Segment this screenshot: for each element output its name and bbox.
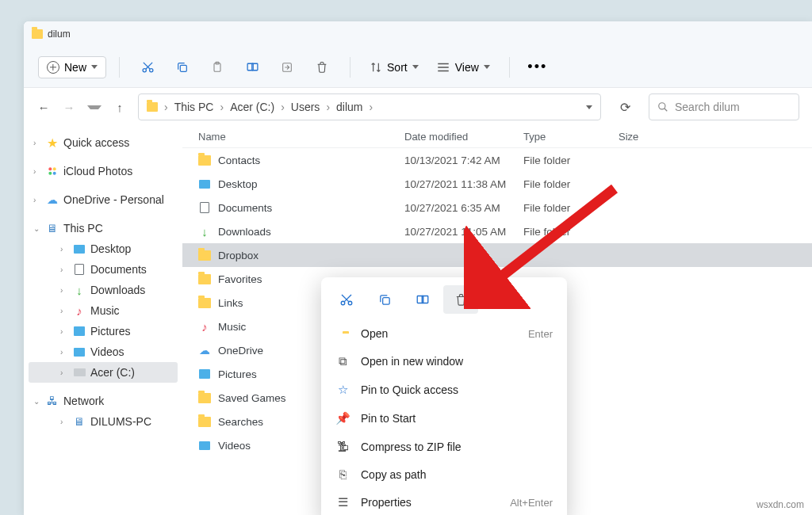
nav-downloads[interactable]: ›↓Downloads xyxy=(29,280,178,300)
file-date: 10/27/2021 11:05 AM xyxy=(404,226,523,238)
nav-recent-button[interactable] xyxy=(87,105,102,109)
refresh-button[interactable]: ⟳ xyxy=(612,100,638,115)
star-icon: ☆ xyxy=(335,383,350,397)
ctx-open-new-window[interactable]: ⧉Open in new window xyxy=(327,347,561,376)
file-row[interactable]: Documents10/27/2021 6:35 AMFile folder xyxy=(182,196,812,219)
file-type: File folder xyxy=(523,202,619,214)
search-input[interactable]: Search dilum xyxy=(649,93,799,120)
sort-icon xyxy=(370,61,382,74)
nav-music[interactable]: ›♪Music xyxy=(29,300,178,321)
nav-videos[interactable]: ›Videos xyxy=(29,341,178,362)
svg-rect-2 xyxy=(180,65,186,71)
context-menu: OpenEnter ⧉Open in new window ☆Pin to Qu… xyxy=(321,277,567,515)
col-name[interactable]: Name xyxy=(198,131,404,143)
nav-onedrive[interactable]: ›☁OneDrive - Personal xyxy=(29,189,178,210)
file-icon xyxy=(198,391,211,404)
pc-icon: 🖥 xyxy=(73,415,86,428)
download-icon: ↓ xyxy=(73,284,86,296)
nav-forward-button[interactable]: → xyxy=(62,101,76,114)
zip-icon: 🗜 xyxy=(335,440,350,453)
ctx-copy-path[interactable]: ⎘Copy as path xyxy=(327,460,561,488)
file-row[interactable]: ↓Downloads10/27/2021 11:05 AMFile folder xyxy=(182,219,812,243)
crumb[interactable]: This PC xyxy=(174,101,214,113)
file-name: Desktop xyxy=(218,178,258,190)
nav-quick-access[interactable]: ›★Quick access xyxy=(29,132,178,153)
file-type: File folder xyxy=(523,226,619,238)
file-row[interactable]: Dropbox xyxy=(182,243,812,267)
ctx-cut-button[interactable] xyxy=(329,285,364,314)
chevron-down-icon xyxy=(91,65,98,69)
chevron-down-icon xyxy=(484,65,490,69)
separator xyxy=(119,57,120,78)
file-name: OneDrive xyxy=(218,345,263,357)
toolbar: New Sort View ••• xyxy=(24,47,812,88)
sort-button[interactable]: Sort xyxy=(363,57,425,78)
file-name: Favorites xyxy=(218,273,262,285)
ctx-rename-button[interactable] xyxy=(405,285,440,314)
breadcrumb[interactable]: › This PC› Acer (C:)› Users› dilum› xyxy=(138,93,601,120)
crumb[interactable]: Acer (C:) xyxy=(230,101,274,113)
search-placeholder: Search dilum xyxy=(675,101,740,113)
ctx-open[interactable]: OpenEnter xyxy=(327,320,561,347)
svg-point-11 xyxy=(48,172,52,175)
icloud-icon xyxy=(46,165,59,177)
copy-icon: ⎘ xyxy=(335,467,350,481)
music-icon: ♪ xyxy=(73,304,86,317)
new-button[interactable]: New xyxy=(38,56,106,78)
file-row[interactable]: Contacts10/13/2021 7:42 AMFile folder xyxy=(182,148,812,172)
chevron-down-icon[interactable] xyxy=(586,105,592,109)
share-button[interactable] xyxy=(272,52,302,82)
plus-icon xyxy=(47,61,59,74)
file-name: Documents xyxy=(218,202,272,214)
col-size[interactable]: Size xyxy=(619,131,682,143)
file-icon xyxy=(198,249,211,261)
paste-button[interactable] xyxy=(202,52,232,82)
nav-this-pc[interactable]: ⌄🖥This PC xyxy=(29,218,178,238)
nav-up-button[interactable]: ↑ xyxy=(113,101,127,114)
nav-network[interactable]: ⌄🖧Network xyxy=(29,391,178,411)
nav-dilums-pc[interactable]: ›🖥DILUMS-PC xyxy=(29,411,178,432)
document-icon xyxy=(75,264,84,275)
nav-back-button[interactable]: ← xyxy=(36,101,51,114)
file-name: Downloads xyxy=(218,226,271,238)
ctx-pin-start[interactable]: 📌Pin to Start xyxy=(327,404,561,433)
column-headers: Name Date modified Type Size xyxy=(182,126,812,148)
search-icon xyxy=(657,101,668,113)
watermark: wsxdn.com xyxy=(756,499,804,510)
ctx-properties[interactable]: ☰PropertiesAlt+Enter xyxy=(327,488,561,515)
svg-point-9 xyxy=(48,167,52,170)
file-row[interactable]: Desktop10/27/2021 11:38 AMFile folder xyxy=(182,172,812,196)
folder-icon xyxy=(147,102,158,112)
ctx-pin-quick[interactable]: ☆Pin to Quick access xyxy=(327,376,561,404)
chevron-down-icon xyxy=(412,65,419,69)
file-icon xyxy=(198,273,211,285)
rename-button[interactable] xyxy=(237,52,267,82)
view-button[interactable]: View xyxy=(430,57,496,78)
nav-documents[interactable]: ›Documents xyxy=(29,259,178,280)
nav-icloud[interactable]: ›iCloud Photos xyxy=(29,161,178,181)
ctx-delete-button[interactable] xyxy=(443,285,478,314)
view-label: View xyxy=(455,61,479,74)
svg-point-10 xyxy=(53,167,56,170)
ctx-zip[interactable]: 🗜Compress to ZIP file xyxy=(327,433,561,460)
nav-pictures[interactable]: ›Pictures xyxy=(29,321,178,341)
copy-button[interactable] xyxy=(167,52,197,82)
file-icon xyxy=(198,154,211,166)
file-icon: ↓ xyxy=(198,225,211,238)
delete-button[interactable] xyxy=(307,52,337,82)
context-menu-toolbar xyxy=(327,284,561,320)
more-button[interactable]: ••• xyxy=(523,52,553,82)
crumb[interactable]: Users xyxy=(291,101,320,113)
svg-point-12 xyxy=(53,172,56,175)
drive-icon xyxy=(74,368,86,376)
col-type[interactable]: Type xyxy=(523,131,619,143)
nav-desktop[interactable]: ›Desktop xyxy=(29,238,178,259)
file-name: Searches xyxy=(218,416,263,428)
cut-button[interactable] xyxy=(132,52,163,82)
nav-acer-drive[interactable]: ›Acer (C:) xyxy=(29,362,178,383)
file-date: 10/27/2021 11:38 AM xyxy=(404,178,523,190)
ctx-copy-button[interactable] xyxy=(367,285,402,314)
svg-rect-15 xyxy=(382,297,389,304)
crumb[interactable]: dilum xyxy=(336,101,362,113)
col-date[interactable]: Date modified xyxy=(404,131,523,143)
